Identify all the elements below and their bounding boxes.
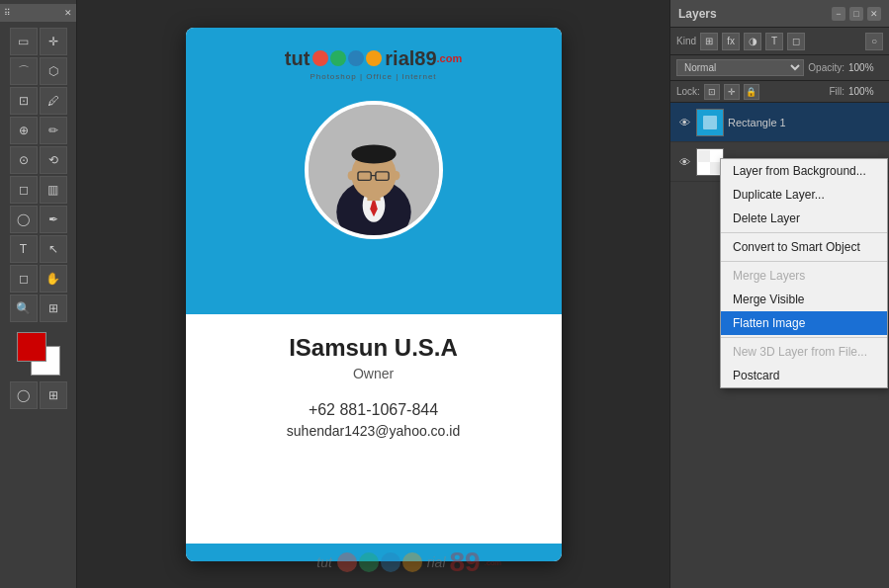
- marquee-tool[interactable]: ▭: [10, 28, 38, 55]
- opacity-value[interactable]: 100%: [848, 62, 883, 73]
- menu-item-merge-visible[interactable]: Merge Visible: [721, 288, 887, 311]
- card-email: suhendar1423@yahoo.co.id: [206, 423, 542, 439]
- toolbar-header: ⠿ ✕: [0, 4, 76, 22]
- fill-value[interactable]: 100%: [848, 86, 883, 97]
- menu-item-layer-from-background[interactable]: Layer from Background...: [721, 159, 887, 183]
- eraser-tool[interactable]: ◻: [10, 176, 38, 204]
- pen-tool[interactable]: ✒: [40, 206, 67, 233]
- layer-visibility-toggle-rectangle1[interactable]: 👁: [676, 115, 692, 130]
- gradient-tool[interactable]: ▥: [40, 176, 67, 204]
- canvas-watermark: tut rial 89 .com Photoshop ● Office ● In…: [316, 546, 501, 578]
- bottom-tools: ◯ ⊞: [8, 379, 69, 411]
- logo-tut: tut: [285, 47, 311, 70]
- path-select-tool[interactable]: ↖: [40, 235, 67, 263]
- panel-controls: − □ ✕: [832, 7, 881, 21]
- shape-tool[interactable]: ◻: [10, 265, 38, 293]
- card-person-title: Owner: [206, 366, 542, 381]
- menu-item-convert-smart[interactable]: Convert to Smart Object: [721, 235, 887, 259]
- card-person-name: ISamsun U.S.A: [206, 334, 542, 362]
- filter-toggle[interactable]: ○: [865, 33, 883, 50]
- wm-num-text: 89: [450, 546, 481, 578]
- toolbar-close[interactable]: ✕: [64, 8, 72, 18]
- layers-panel: Layers − □ ✕ Kind ⊞ fx ◑ T ◻ ○ Normal Op…: [669, 0, 889, 588]
- panel-close-btn[interactable]: ✕: [867, 7, 881, 21]
- lock-position-icon[interactable]: ✛: [724, 84, 740, 100]
- wm-circle-red: [337, 552, 357, 572]
- circle-green: [330, 50, 346, 66]
- screen-mode-tool[interactable]: ⊞: [40, 381, 67, 409]
- crop-tool[interactable]: ⊡: [10, 87, 38, 115]
- circle-red: [312, 50, 328, 66]
- menu-item-flatten-image[interactable]: Flatten Image: [721, 311, 887, 335]
- lock-all-icon[interactable]: 🔒: [744, 84, 759, 100]
- card-phone: +62 881-1067-844: [206, 401, 542, 419]
- svg-point-11: [347, 170, 355, 179]
- logo-area: tut rial89 .com Photoshop | Office | Int…: [285, 47, 463, 81]
- menu-item-merge-layers: Merge Layers: [721, 264, 887, 288]
- color-swatches: [17, 332, 60, 376]
- menu-item-delete-layer[interactable]: Delete Layer: [721, 207, 887, 230]
- card-top: tut rial89 .com Photoshop | Office | Int…: [186, 28, 562, 314]
- wm-circle-green: [359, 552, 379, 572]
- layer-name-rectangle1: Rectangle 1: [728, 117, 883, 128]
- layer-thumb-rectangle1: [696, 109, 724, 136]
- dodge-tool[interactable]: ◯: [10, 206, 38, 233]
- menu-separator-3: [721, 337, 887, 338]
- menu-separator-1: [721, 232, 887, 233]
- eyedropper-tool[interactable]: 🖊: [40, 87, 67, 115]
- id-card: tut rial89 .com Photoshop | Office | Int…: [186, 28, 562, 561]
- svg-rect-16: [698, 150, 710, 162]
- healing-tool[interactable]: ⊕: [10, 117, 38, 144]
- profile-photo: [305, 101, 443, 239]
- layer-item-rectangle1[interactable]: 👁 Rectangle 1: [670, 103, 889, 142]
- menu-item-postcard[interactable]: Postcard: [721, 364, 887, 387]
- panel-collapse-btn[interactable]: −: [832, 7, 845, 21]
- svg-rect-14: [703, 116, 717, 129]
- lasso-tool[interactable]: ⌒: [10, 57, 38, 85]
- lock-pixels-icon[interactable]: ⊡: [704, 84, 720, 100]
- filter-label: Kind: [676, 36, 696, 46]
- menu-item-new-3d-layer: New 3D Layer from File...: [721, 340, 887, 364]
- panel-expand-btn[interactable]: □: [849, 7, 863, 21]
- canvas-area: tut rial89 .com Photoshop | Office | Int…: [77, 0, 669, 588]
- filter-adjustment-icon[interactable]: ◑: [744, 33, 761, 50]
- clone-tool[interactable]: ⊙: [10, 146, 38, 174]
- filter-shape-icon[interactable]: ◻: [787, 33, 805, 50]
- circle-blue: [348, 50, 364, 66]
- menu-item-duplicate-layer[interactable]: Duplicate Layer...: [721, 183, 887, 207]
- lock-label: Lock:: [676, 86, 700, 97]
- history-tool[interactable]: ⟲: [40, 146, 67, 174]
- hand-tool[interactable]: ✋: [40, 265, 67, 293]
- layer-visibility-toggle-background[interactable]: 👁: [676, 154, 692, 170]
- svg-point-7: [351, 144, 396, 163]
- wm-circle-yellow: [402, 552, 422, 572]
- quick-mask-tool[interactable]: ◯: [10, 381, 38, 409]
- brush-tool[interactable]: ✏: [40, 117, 67, 144]
- menu-separator-2: [721, 261, 887, 262]
- svg-point-12: [392, 170, 400, 179]
- profile-svg: [309, 101, 439, 239]
- blend-bar: Normal Opacity: 100%: [670, 55, 889, 81]
- toolbar-grip: ⠿: [4, 8, 11, 18]
- blend-mode-select[interactable]: Normal: [676, 59, 804, 76]
- card-bottom: ISamsun U.S.A Owner +62 881-1067-844 suh…: [186, 314, 562, 459]
- text-tool[interactable]: T: [10, 235, 38, 263]
- extra-tool[interactable]: ⊞: [40, 294, 67, 322]
- filter-type-icon[interactable]: ⊞: [700, 33, 718, 50]
- logo-rial: rial89: [385, 47, 436, 70]
- toolbar: ⠿ ✕ ▭ ✛ ⌒ ⬡ ⊡ 🖊 ⊕ ✏ ⊙ ⟲ ◻ ▥ ◯ ✒ T ↖ ◻ ✋ …: [0, 0, 77, 588]
- fill-label: Fill:: [829, 86, 845, 97]
- wm-circle-blue: [381, 552, 400, 572]
- lock-bar: Lock: ⊡ ✛ 🔒 Fill: 100%: [670, 81, 889, 103]
- filter-text-icon[interactable]: T: [765, 33, 783, 50]
- tool-grid: ▭ ✛ ⌒ ⬡ ⊡ 🖊 ⊕ ✏ ⊙ ⟲ ◻ ▥ ◯ ✒ T ↖ ◻ ✋ 🔍 ⊞: [8, 26, 69, 324]
- foreground-color-swatch[interactable]: [17, 332, 46, 362]
- layer-filter-bar: Kind ⊞ fx ◑ T ◻ ○: [670, 28, 889, 55]
- wm-tut-text: tut: [316, 554, 332, 570]
- move-tool[interactable]: ✛: [40, 28, 67, 55]
- zoom-tool[interactable]: 🔍: [10, 294, 38, 322]
- filter-fx-icon[interactable]: fx: [722, 33, 740, 50]
- wm-com-text: .com: [485, 558, 501, 567]
- logo-tagline: Photoshop | Office | Internet: [285, 72, 463, 81]
- quick-select-tool[interactable]: ⬡: [40, 57, 67, 85]
